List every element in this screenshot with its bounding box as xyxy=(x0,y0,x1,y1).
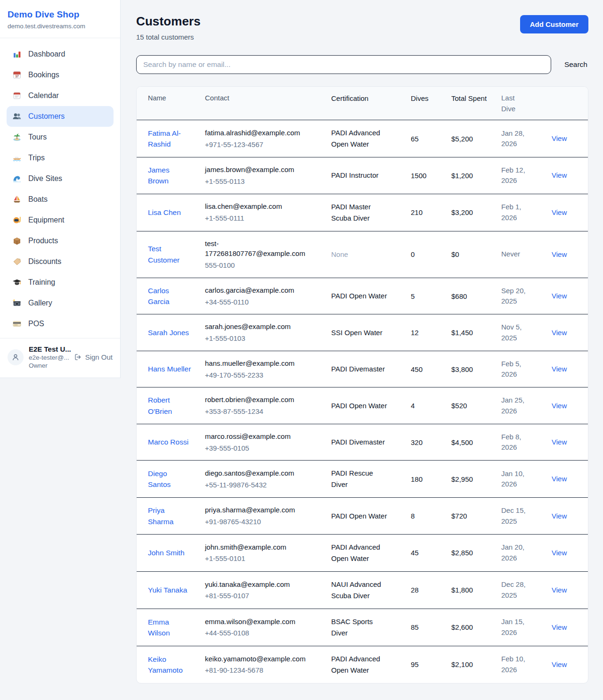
customer-phone: +55-11-99876-5432 xyxy=(205,480,310,490)
sidebar-item-label: Gallery xyxy=(28,299,52,307)
customer-contact-cell: lisa.chen@example.com+1-555-0111 xyxy=(205,201,331,223)
sidebar-item-dive-sites[interactable]: Dive Sites xyxy=(7,168,114,189)
sidebar-item-tours[interactable]: Tours xyxy=(7,127,114,148)
customer-phone: 555-0100 xyxy=(205,260,310,271)
table-row: Test Customertest-1772681807767@example.… xyxy=(137,231,588,278)
view-customer-link[interactable]: View xyxy=(552,660,567,668)
view-cell: View xyxy=(552,402,588,410)
customer-name-cell: Robert O'Brien xyxy=(137,395,205,417)
customer-certification: None xyxy=(331,249,411,260)
search-bar: Search xyxy=(136,55,588,74)
sidebar-item-discounts[interactable]: Discounts xyxy=(7,251,114,272)
customer-name-link[interactable]: Hans Mueller xyxy=(148,365,191,373)
sidebar-item-trips[interactable]: Trips xyxy=(7,148,114,168)
view-customer-link[interactable]: View xyxy=(552,402,567,410)
view-cell: View xyxy=(552,292,588,300)
user-meta: E2E Test U... e2e-tester@... Owner xyxy=(29,345,69,369)
customer-name-cell: Emma Wilson xyxy=(137,617,205,639)
add-customer-button[interactable]: Add Customer xyxy=(520,15,588,33)
column-header-name: Name xyxy=(137,93,205,103)
customer-name-link[interactable]: James Brown xyxy=(148,166,170,185)
sign-out-button[interactable]: Sign Out xyxy=(74,353,113,361)
search-button[interactable]: Search xyxy=(563,58,588,72)
customer-phone: +1-555-0111 xyxy=(205,213,310,223)
view-customer-link[interactable]: View xyxy=(552,623,567,631)
customer-certification: BSAC Sports Diver xyxy=(331,616,411,639)
customer-last-dive: Jan 15, 2026 xyxy=(501,617,552,638)
sidebar-item-gallery[interactable]: Gallery xyxy=(7,293,114,313)
view-customer-link[interactable]: View xyxy=(552,134,567,142)
customer-phone: +91-98765-43210 xyxy=(205,517,310,527)
customer-certification: NAUI Advanced Scuba Diver xyxy=(331,579,411,601)
customer-dives: 0 xyxy=(411,250,451,258)
shop-title: Demo Dive Shop xyxy=(8,9,113,20)
tag-icon xyxy=(12,257,22,266)
customer-name-cell: John Smith xyxy=(137,547,205,558)
sidebar-nav: Dashboard17BookingsCalendarCustomersTour… xyxy=(0,38,120,340)
customer-total-spent: $3,200 xyxy=(451,208,501,216)
sidebar-item-products[interactable]: Products xyxy=(7,231,114,251)
customer-name-cell: Yuki Tanaka xyxy=(137,585,205,595)
customer-contact-cell: test-1772681807767@example.com555-0100 xyxy=(205,239,331,271)
customer-name-link[interactable]: Test Customer xyxy=(148,245,179,264)
customer-name-link[interactable]: Robert O'Brien xyxy=(148,396,172,415)
customer-email: lisa.chen@example.com xyxy=(205,201,310,212)
wave-icon xyxy=(12,174,22,183)
customer-name-link[interactable]: Diego Santos xyxy=(148,469,171,488)
customer-name-cell: Marco Rossi xyxy=(137,436,205,447)
customer-certification: PADI Open Water xyxy=(331,511,411,522)
customer-name-link[interactable]: Sarah Jones xyxy=(148,329,189,337)
view-customer-link[interactable]: View xyxy=(552,549,567,557)
page-title: Customers xyxy=(136,14,201,29)
customer-contact-cell: marco.rossi@example.com+39-555-0105 xyxy=(205,431,331,453)
customer-name-cell: Sarah Jones xyxy=(137,327,205,338)
sidebar-user-section: E2E Test U... e2e-tester@... Owner Sign … xyxy=(0,338,120,378)
sidebar-item-calendar[interactable]: Calendar xyxy=(7,85,114,106)
view-customer-link[interactable]: View xyxy=(552,171,567,179)
customer-name-link[interactable]: Fatima Al-Rashid xyxy=(148,129,181,148)
view-customer-link[interactable]: View xyxy=(552,292,567,300)
view-customer-link[interactable]: View xyxy=(552,438,567,446)
view-customer-link[interactable]: View xyxy=(552,365,567,373)
view-customer-link[interactable]: View xyxy=(552,250,567,258)
avatar xyxy=(8,349,24,365)
customer-contact-cell: carlos.garcia@example.com+34-555-0110 xyxy=(205,285,331,307)
customer-last-dive: Feb 1, 2026 xyxy=(501,202,552,223)
customer-name-link[interactable]: Carlos Garcia xyxy=(148,287,170,305)
sidebar-item-label: Discounts xyxy=(28,257,61,266)
customer-name-link[interactable]: Lisa Chen xyxy=(148,208,181,216)
customer-total-spent: $2,950 xyxy=(451,475,501,483)
sidebar-item-boats[interactable]: Boats xyxy=(7,189,114,210)
view-customer-link[interactable]: View xyxy=(552,512,567,520)
customer-total-spent: $680 xyxy=(451,292,501,300)
person-icon xyxy=(11,353,20,362)
search-input[interactable] xyxy=(136,55,551,74)
tear-off-calendar-icon xyxy=(12,91,22,100)
customer-email: emma.wilson@example.com xyxy=(205,617,310,627)
view-customer-link[interactable]: View xyxy=(552,329,567,337)
view-customer-link[interactable]: View xyxy=(552,475,567,483)
user-email: e2e-tester@... xyxy=(29,354,69,361)
table-row: Emma Wilsonemma.wilson@example.com+44-55… xyxy=(137,609,588,646)
customer-email: priya.sharma@example.com xyxy=(205,505,310,515)
column-header-dives: Dives xyxy=(411,93,451,104)
sidebar-item-equipment[interactable]: Equipment xyxy=(7,210,114,231)
sidebar-item-bookings[interactable]: 17Bookings xyxy=(7,65,114,85)
sidebar-item-dashboard[interactable]: Dashboard xyxy=(7,44,114,65)
table-row: Carlos Garciacarlos.garcia@example.com+3… xyxy=(137,278,588,315)
sidebar-item-customers[interactable]: Customers xyxy=(7,106,114,127)
customer-name-link[interactable]: Emma Wilson xyxy=(148,618,170,637)
customer-name-link[interactable]: Keiko Yamamoto xyxy=(148,655,183,674)
table-body: Fatima Al-Rashidfatima.alrashid@example.… xyxy=(137,120,588,683)
customer-name-link[interactable]: Marco Rossi xyxy=(148,438,188,446)
sidebar-item-pos[interactable]: POS xyxy=(7,313,114,334)
view-customer-link[interactable]: View xyxy=(552,586,567,594)
customer-name-link[interactable]: Yuki Tanaka xyxy=(148,586,187,594)
people-icon xyxy=(12,112,22,121)
customer-name-link[interactable]: Priya Sharma xyxy=(148,506,173,525)
view-customer-link[interactable]: View xyxy=(552,208,567,216)
sidebar-item-training[interactable]: Training xyxy=(7,272,114,293)
customer-last-dive: Dec 15, 2025 xyxy=(501,505,552,527)
customer-total-spent: $1,450 xyxy=(451,329,501,337)
customer-name-link[interactable]: John Smith xyxy=(148,549,185,557)
